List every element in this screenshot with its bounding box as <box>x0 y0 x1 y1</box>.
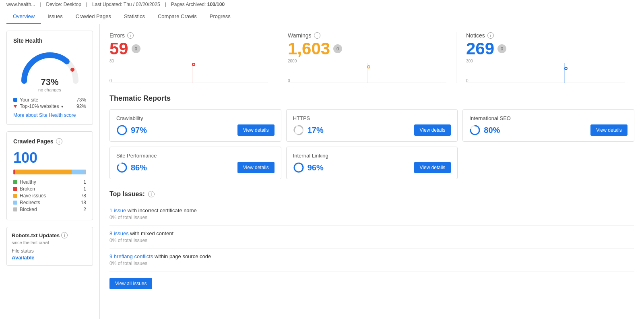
errors-chart-max: 80 <box>109 59 114 63</box>
notices-section: Notices i 269 0 300 0 <box>466 32 634 83</box>
issue-3-link[interactable]: 9 hreflang conflicts <box>109 253 153 259</box>
notices-chart-vline <box>564 63 565 83</box>
broken-count: 1 <box>83 186 86 192</box>
file-status-value: Available <box>12 255 88 261</box>
domain: www.health... <box>6 2 35 7</box>
warnings-label: Warnings i <box>288 32 446 39</box>
tab-compare-crawls[interactable]: Compare Crawls <box>151 9 203 24</box>
tab-statistics[interactable]: Statistics <box>118 9 151 24</box>
issue-1-rest: with incorrect certificate name <box>128 207 197 213</box>
warnings-chart-max: 2000 <box>288 59 297 63</box>
warnings-chart-topline <box>288 59 446 59</box>
internal-linking-view-details-button[interactable]: View details <box>414 162 451 173</box>
legend-redirects: Redirects 18 <box>13 200 86 205</box>
separator2: | <box>86 2 87 7</box>
report-https-value: 17% <box>293 124 324 136</box>
legend-healthy: Healthy 1 <box>13 179 86 185</box>
top-issues-info-icon: i <box>148 191 155 197</box>
tab-issues[interactable]: Issues <box>41 9 69 24</box>
report-https-title: HTTPS <box>293 115 451 121</box>
report-internal-linking-title: Internal Linking <box>293 153 451 159</box>
bar-blocked <box>85 170 86 174</box>
issue-1-title: 1 issue with incorrect certificate name <box>109 207 634 213</box>
your-site-label: Your site <box>20 97 38 103</box>
top-issues-title: Top Issues: i <box>109 191 634 198</box>
redirects-label: Redirects <box>20 200 40 205</box>
errors-chart-vline <box>192 63 192 83</box>
redirects-count: 18 <box>81 200 86 205</box>
site-health-more-link[interactable]: More about Site Health score <box>13 112 86 118</box>
international-seo-view-details-button[interactable]: View details <box>590 124 627 136</box>
report-card-internal-linking: Internal Linking 96% View details <box>286 147 458 179</box>
device-info: Device: Desktop <box>46 2 81 7</box>
report-crawlability-title: Crawlability <box>116 115 275 121</box>
robots-title: Robots.txt Updates i <box>12 232 88 238</box>
file-status-label: File status <box>12 248 88 254</box>
tab-bar: Overview Issues Crawled Pages Statistics… <box>0 9 644 24</box>
site-health-card: Site Health 73% no changes Your site <box>6 31 93 125</box>
notices-label: Notices i <box>466 32 625 39</box>
main-content: Errors i 59 0 80 0 W <box>100 24 644 319</box>
view-all-issues-button[interactable]: View all issues <box>109 278 152 289</box>
report-card-site-performance: Site Performance 86% View details <box>109 147 281 179</box>
pages-stacked-bar <box>13 170 86 174</box>
site-performance-circle-icon <box>116 162 128 173</box>
broken-label: Broken <box>20 186 35 192</box>
robots-info-icon: i <box>61 232 68 238</box>
notices-badge: 0 <box>497 44 506 53</box>
errors-chart-baseline <box>109 83 268 83</box>
errors-label: Errors i <box>109 32 268 39</box>
issue-3-sub: 0% of total issues <box>109 261 634 266</box>
https-view-details-button[interactable]: View details <box>414 124 451 136</box>
errors-section: Errors i 59 0 80 0 <box>109 32 278 83</box>
tab-progress[interactable]: Progress <box>203 9 237 24</box>
international-seo-circle-icon <box>469 124 481 136</box>
legend-have-issues: Have issues 78 <box>13 193 86 199</box>
gauge-sub: no changes <box>38 87 61 92</box>
issue-1-link[interactable]: 1 issue <box>109 207 126 213</box>
svg-point-10 <box>294 163 303 172</box>
svg-point-0 <box>70 68 74 72</box>
metrics-row: Errors i 59 0 80 0 W <box>109 32 634 83</box>
svg-point-2 <box>118 126 126 135</box>
crawled-pages-info-icon: i <box>56 138 62 145</box>
errors-chart-dot <box>192 63 195 66</box>
your-site-value: 73% <box>76 97 86 103</box>
redirects-dot <box>13 201 17 205</box>
warnings-section: Warnings i 1,603 0 2000 0 <box>288 32 456 83</box>
crawlability-view-details-button[interactable]: View details <box>237 124 275 136</box>
crawled-pages-card: Crawled Pages i 100 Healthy 1 <box>6 131 93 220</box>
notices-info-icon: i <box>487 32 494 39</box>
blocked-label: Blocked <box>20 207 37 212</box>
report-internal-linking-value: 96% <box>293 162 324 173</box>
notices-chart-topline <box>466 59 625 59</box>
errors-value: 59 0 <box>109 40 268 57</box>
have-issues-dot <box>13 194 17 198</box>
issue-row-2: 8 issues with mixed content 0% of total … <box>109 226 634 249</box>
notices-chart-dot <box>564 67 568 70</box>
issue-2-title: 8 issues with mixed content <box>109 230 634 236</box>
main-layout: Site Health 73% no changes Your site <box>0 24 644 319</box>
view-all-wrapper: View all issues <box>109 278 634 289</box>
site-health-title: Site Health <box>13 37 86 44</box>
warnings-chart-vline <box>367 63 367 83</box>
blocked-count: 2 <box>83 207 86 212</box>
separator3: | <box>165 2 166 7</box>
your-site-dot <box>13 98 17 102</box>
bar-redirects <box>72 170 85 174</box>
issue-1-sub: 0% of total issues <box>109 215 634 220</box>
warnings-value: 1,603 0 <box>288 40 446 57</box>
top10-value: 92% <box>76 104 86 109</box>
healthy-dot <box>13 180 17 184</box>
have-issues-label: Have issues <box>20 193 46 199</box>
issue-2-rest: with mixed content <box>130 230 173 236</box>
issue-row-3: 9 hreflang conflicts within page source … <box>109 249 634 271</box>
report-site-performance-title: Site Performance <box>116 153 275 159</box>
report-card-international-seo: International SEO 80% View details <box>462 109 634 142</box>
robots-sub: since the last crawl <box>12 240 88 245</box>
site-performance-view-details-button[interactable]: View details <box>237 162 275 173</box>
tab-overview[interactable]: Overview <box>6 9 41 24</box>
issue-2-link[interactable]: 8 issues <box>109 230 129 236</box>
tab-crawled-pages[interactable]: Crawled Pages <box>69 9 118 24</box>
top-bar: www.health... | Device: Desktop | Last U… <box>0 0 644 9</box>
